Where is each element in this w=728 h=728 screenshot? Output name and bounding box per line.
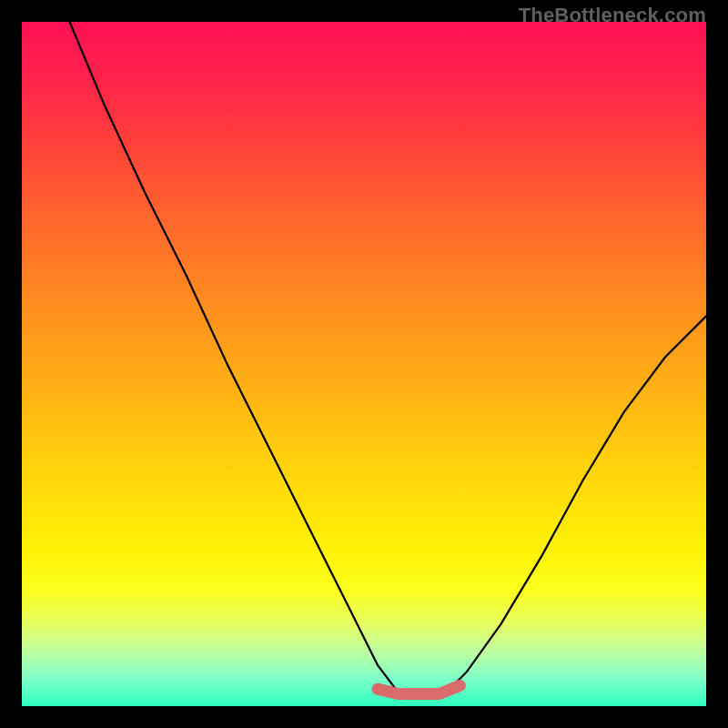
plot-area (22, 22, 706, 706)
flat-minimum-highlight (378, 685, 460, 693)
chart-container: TheBottleneck.com (0, 0, 728, 728)
curve-layer (22, 22, 706, 706)
bottleneck-curve-line (70, 22, 706, 693)
